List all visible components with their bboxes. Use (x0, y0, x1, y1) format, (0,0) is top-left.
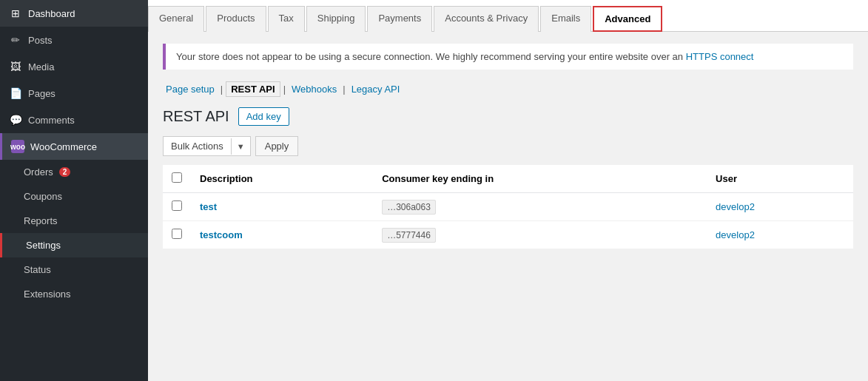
section-heading: REST API Add key (163, 107, 853, 126)
sidebar-item-settings[interactable]: Settings (0, 233, 148, 257)
https-link[interactable]: HTTPS connect (686, 51, 754, 62)
sidebar-item-pages[interactable]: 📄 Pages (0, 80, 148, 107)
tab-products[interactable]: Products (206, 6, 266, 32)
sidebar-item-label: Status (24, 264, 51, 275)
warning-bar: Your store does not appear to be using a… (163, 44, 853, 70)
apply-button[interactable]: Apply (255, 136, 299, 156)
header-user: User (707, 165, 853, 193)
sidebar-item-label: Posts (28, 35, 53, 46)
sidebar-item-label: WooCommerce (30, 141, 97, 152)
row-description-0: test (191, 193, 373, 221)
row-checkbox-1[interactable] (172, 229, 182, 239)
key-tag-1: …5777446 (382, 228, 436, 243)
select-all-checkbox[interactable] (172, 172, 182, 183)
sidebar-item-reports[interactable]: Reports (0, 209, 148, 233)
table-row: testcoom …5777446 develop2 (163, 221, 853, 249)
subnav-webhooks[interactable]: Webhooks (289, 82, 340, 96)
tab-accounts-privacy[interactable]: Accounts & Privacy (434, 6, 539, 32)
header-consumer-key: Consumer key ending in (373, 165, 707, 193)
key-tag-0: …306a063 (382, 200, 436, 215)
sidebar-item-dashboard[interactable]: ⊞ Dashboard (0, 0, 148, 27)
description-link-1[interactable]: testcoom (200, 229, 243, 240)
comments-icon: 💬 (9, 113, 22, 127)
tab-general[interactable]: General (148, 6, 204, 32)
sidebar-item-label: Comments (28, 115, 75, 126)
sidebar-item-label: Reports (24, 215, 58, 226)
subnav-rest-api[interactable]: REST API (226, 81, 280, 97)
user-link-0[interactable]: develop2 (716, 201, 755, 212)
bulk-actions-select[interactable]: Bulk Actions ▼ (163, 136, 251, 156)
sidebar-item-media[interactable]: 🖼 Media (0, 53, 148, 80)
sidebar-item-label: Settings (26, 240, 61, 251)
posts-icon: ✏ (9, 33, 22, 47)
settings-tabs: General Products Tax Shipping Payments A… (148, 0, 868, 32)
main-content: General Products Tax Shipping Payments A… (148, 0, 868, 381)
api-keys-table: Description Consumer key ending in User … (163, 165, 853, 249)
section-title: REST API (163, 108, 229, 125)
orders-badge: 2 (59, 167, 71, 177)
subnav-legacy-api[interactable]: Legacy API (349, 82, 403, 96)
row-key-0: …306a063 (373, 193, 707, 221)
add-key-button[interactable]: Add key (238, 107, 289, 126)
sub-navigation: Page setup | REST API | Webhooks | Legac… (163, 81, 853, 97)
woo-icon: woo (11, 140, 24, 153)
sidebar-item-label: Pages (28, 88, 55, 99)
content-area: Your store does not appear to be using a… (148, 32, 868, 381)
row-key-1: …5777446 (373, 221, 707, 249)
sidebar-item-label: Extensions (24, 289, 71, 300)
sidebar-item-extensions[interactable]: Extensions (0, 282, 148, 306)
tab-tax[interactable]: Tax (268, 6, 305, 32)
sidebar-item-comments[interactable]: 💬 Comments (0, 107, 148, 133)
bulk-actions-label: Bulk Actions (164, 137, 231, 155)
warning-text: Your store does not appear to be using a… (176, 51, 686, 62)
row-user-0: develop2 (707, 193, 853, 221)
media-icon: 🖼 (9, 60, 22, 73)
sidebar-item-label: Dashboard (28, 8, 75, 19)
sidebar-item-coupons[interactable]: Coupons (0, 184, 148, 209)
header-checkbox (163, 165, 191, 193)
sidebar: ⊞ Dashboard ✏ Posts 🖼 Media 📄 Pages 💬 Co… (0, 0, 148, 381)
row-checkbox-cell (163, 193, 191, 221)
sidebar-item-label: Orders (24, 166, 53, 178)
sidebar-item-orders[interactable]: Orders 2 (0, 160, 148, 184)
subnav-page-setup[interactable]: Page setup (163, 82, 218, 96)
row-checkbox-cell (163, 221, 191, 249)
row-user-1: develop2 (707, 221, 853, 249)
tab-shipping[interactable]: Shipping (306, 6, 366, 32)
bulk-actions-row: Bulk Actions ▼ Apply (163, 136, 853, 156)
tab-emails[interactable]: Emails (540, 6, 591, 32)
sidebar-item-label: Coupons (24, 191, 62, 202)
sidebar-item-label: Media (28, 61, 54, 73)
sidebar-item-status[interactable]: Status (0, 257, 148, 282)
bulk-actions-arrow[interactable]: ▼ (231, 138, 250, 155)
tab-advanced[interactable]: Advanced (593, 6, 662, 32)
header-description: Description (191, 165, 373, 193)
description-link-0[interactable]: test (200, 201, 217, 212)
dashboard-icon: ⊞ (9, 7, 22, 20)
row-checkbox-0[interactable] (172, 200, 182, 211)
sidebar-item-posts[interactable]: ✏ Posts (0, 27, 148, 53)
user-link-1[interactable]: develop2 (716, 229, 755, 240)
table-row: test …306a063 develop2 (163, 193, 853, 221)
tab-payments[interactable]: Payments (367, 6, 432, 32)
sidebar-item-woocommerce[interactable]: woo WooCommerce (0, 133, 148, 160)
pages-icon: 📄 (9, 87, 22, 100)
table-header-row: Description Consumer key ending in User (163, 165, 853, 193)
row-description-1: testcoom (191, 221, 373, 249)
